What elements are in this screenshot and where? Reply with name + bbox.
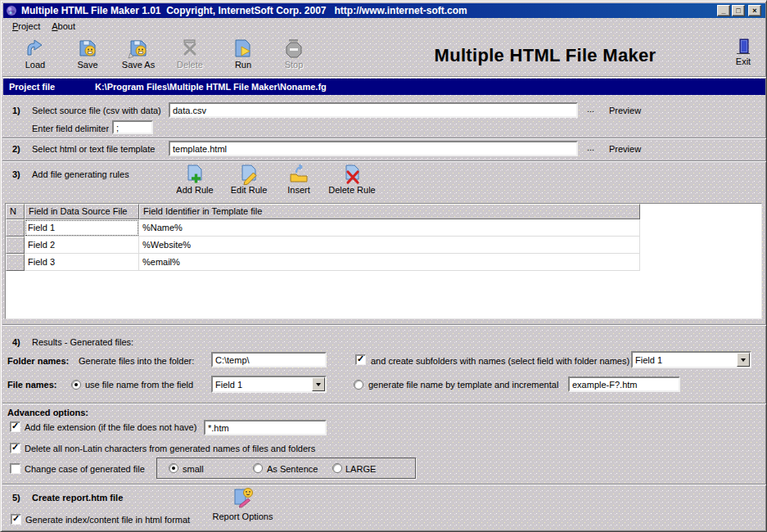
advanced-options-label: Advanced options: <box>7 408 88 418</box>
table-row[interactable]: Field 2 %Website% <box>6 237 761 254</box>
case-small-radio[interactable] <box>169 463 178 473</box>
step5-label: Create report.htm file <box>32 493 123 503</box>
save-icon <box>65 38 111 59</box>
change-case-checkbox[interactable] <box>10 463 20 474</box>
cell-field[interactable]: Field 2 <box>25 237 139 254</box>
row-selector[interactable] <box>6 219 25 237</box>
delete-rule-button[interactable]: Delete Rule <box>325 164 379 201</box>
cell-field[interactable]: Field 3 <box>25 254 139 271</box>
file-names-label: File names: <box>7 380 57 390</box>
source-preview-link[interactable]: Preview <box>609 106 641 116</box>
section-divider <box>2 403 766 404</box>
extension-input[interactable] <box>204 420 327 435</box>
change-case-label: Change case of generated file <box>25 464 145 475</box>
col-header-field[interactable]: Field in Data Source File <box>25 204 139 219</box>
source-file-input[interactable] <box>169 102 578 118</box>
subfolder-field-select[interactable]: Field 1 <box>631 351 751 368</box>
app-title: Multiple HTML File Maker <box>410 45 680 66</box>
edit-rule-button[interactable]: Edit Rule <box>223 164 274 201</box>
generate-folder-label: Generate files into the folder: <box>79 356 194 367</box>
save-button[interactable]: Save <box>65 38 111 70</box>
case-large-radio[interactable] <box>332 463 342 473</box>
output-folder-input[interactable] <box>211 352 327 367</box>
nonlatin-checkbox[interactable] <box>10 443 20 453</box>
load-button[interactable]: Load <box>12 38 58 70</box>
filename-field-select[interactable]: Field 1 <box>211 376 327 393</box>
delimiter-input[interactable] <box>112 120 153 134</box>
maximize-button[interactable]: □ <box>732 5 745 16</box>
menu-about[interactable]: About <box>46 20 81 33</box>
table-header-row: N Field in Data Source File Field Identi… <box>6 204 761 219</box>
section-divider <box>2 484 766 485</box>
nonlatin-label: Delete all non-Latin characters from gen… <box>25 444 315 454</box>
table-row[interactable]: Field 1 %Name% <box>6 219 761 237</box>
project-file-path: K:\Program Files\Multiple HTML File Make… <box>95 82 327 92</box>
step3-label: Add file generating rules <box>32 169 129 180</box>
minimize-button[interactable]: _ <box>717 5 730 16</box>
close-button[interactable]: × <box>748 5 761 16</box>
cell-identifier[interactable]: %email% <box>139 254 640 271</box>
add-rule-button[interactable]: Add Rule <box>169 164 220 201</box>
template-file-input[interactable] <box>169 141 578 156</box>
step4-label: Results - Generated files: <box>32 337 133 348</box>
insert-icon <box>273 164 324 185</box>
load-icon <box>12 38 58 59</box>
template-name-label: generate file name by template and incre… <box>368 380 558 390</box>
chevron-down-icon[interactable] <box>312 377 325 391</box>
toolbar-divider <box>2 76 766 78</box>
template-browse-button[interactable]: ... <box>587 142 594 153</box>
step2-label: Select html or text file template <box>32 144 155 155</box>
app-window: Multiple HTML File Maker 1.01 Copyright,… <box>0 0 767 532</box>
section-divider <box>2 138 766 139</box>
run-icon <box>220 38 266 59</box>
case-large-label: LARGE <box>345 464 376 475</box>
title-bar[interactable]: Multiple HTML File Maker 1.01 Copyright,… <box>3 3 765 18</box>
use-field-radio[interactable] <box>71 380 81 390</box>
edit-rule-icon <box>223 164 274 185</box>
add-extension-checkbox[interactable] <box>10 422 20 432</box>
add-extension-label: Add file extension (if the file does not… <box>25 422 196 433</box>
step1-number: 1) <box>12 106 20 116</box>
cell-field[interactable]: Field 1 <box>25 219 139 237</box>
filename-template-input[interactable] <box>568 376 680 392</box>
step1-label: Select source file (csv with data) <box>32 106 161 116</box>
save-as-button[interactable]: Save As <box>114 38 163 70</box>
col-header-identifier[interactable]: Field Identifier in Template file <box>139 204 640 219</box>
project-file-label: Project file <box>9 82 55 92</box>
step2-number: 2) <box>12 144 20 155</box>
save-as-icon <box>114 38 163 59</box>
template-name-radio[interactable] <box>354 380 363 390</box>
cell-identifier[interactable]: %Website% <box>139 237 640 254</box>
exit-button[interactable]: Exit <box>724 37 762 66</box>
menu-bar: Project About <box>3 18 765 34</box>
step4-number: 4) <box>12 337 20 348</box>
chevron-down-icon[interactable] <box>737 353 750 367</box>
step3-number: 3) <box>12 169 20 180</box>
exit-door-icon <box>724 37 762 56</box>
insert-button[interactable]: Insert <box>273 164 324 201</box>
delete-button: Delete <box>167 38 213 70</box>
menu-project[interactable]: Project <box>7 20 46 33</box>
report-options-button[interactable]: Report Options <box>204 485 282 521</box>
col-header-n[interactable]: N <box>6 204 25 219</box>
window-title: Multiple HTML File Maker 1.01 Copyright,… <box>21 5 467 16</box>
subfolders-checkbox[interactable] <box>355 354 366 365</box>
section-divider <box>2 160 766 162</box>
table-row[interactable]: Field 3 %email% <box>6 254 761 271</box>
step5-number: 5) <box>12 493 20 503</box>
delete-icon <box>167 38 213 59</box>
delete-rule-icon <box>325 164 379 185</box>
template-preview-link[interactable]: Preview <box>609 144 641 155</box>
row-selector[interactable] <box>6 237 25 254</box>
case-sentence-label: As Sentence <box>267 464 318 475</box>
row-selector[interactable] <box>6 254 25 271</box>
case-small-label: small <box>183 464 204 475</box>
stop-icon <box>271 38 317 59</box>
report-options-icon <box>204 485 282 510</box>
generate-index-checkbox[interactable] <box>11 514 21 525</box>
source-browse-button[interactable]: ... <box>587 104 594 115</box>
run-button[interactable]: Run <box>220 38 266 70</box>
rules-table: N Field in Data Source File Field Identi… <box>5 203 762 319</box>
case-sentence-radio[interactable] <box>253 463 263 473</box>
cell-identifier[interactable]: %Name% <box>139 219 640 237</box>
